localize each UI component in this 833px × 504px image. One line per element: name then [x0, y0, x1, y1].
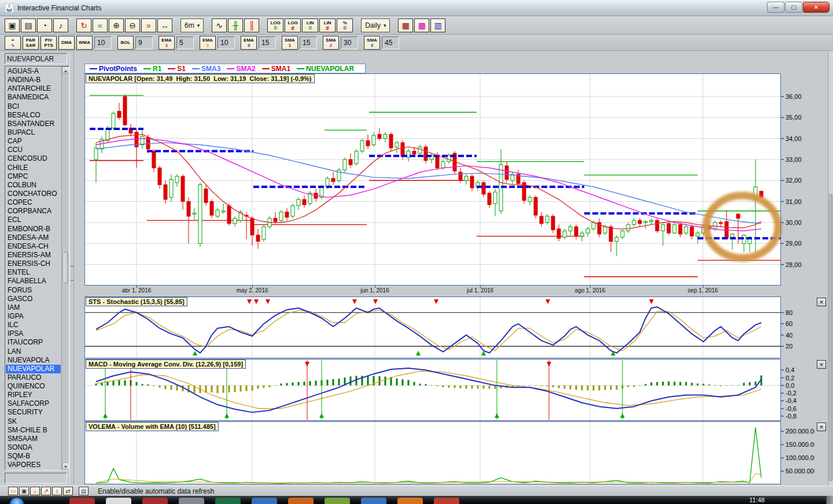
indicator-window-button[interactable]: ▦	[398, 18, 413, 32]
symbol-list-item[interactable]: BCI	[6, 102, 61, 111]
line-chart-button[interactable]: ∿	[212, 18, 227, 32]
symbol-list-item[interactable]: ANDINA-B	[6, 76, 61, 84]
maximize-button[interactable]: ▢	[785, 2, 802, 13]
sma1-period-field[interactable]: 15	[300, 36, 317, 49]
percent-button[interactable]: %=	[337, 18, 353, 32]
page-left-button[interactable]: «	[93, 18, 108, 32]
symbol-list-item[interactable]: NUEVAPOLA	[6, 356, 61, 365]
symbol-list-item[interactable]: EMBONOR-B	[6, 225, 61, 234]
taskbar-app-icon[interactable]	[215, 498, 241, 504]
symbol-list-item[interactable]: VAPORES	[6, 461, 61, 469]
symbol-list-item[interactable]: FORUS	[6, 286, 61, 295]
symbol-list-item[interactable]: IAM	[6, 303, 61, 312]
wma-period-field[interactable]: 10	[94, 36, 112, 49]
bollinger-button[interactable]: BOL	[117, 36, 134, 50]
symbol-list-item[interactable]: AGUAS-A	[6, 67, 61, 76]
candlestick-chart-button[interactable]: ║	[244, 18, 259, 32]
ema2-period-field[interactable]: 10	[218, 36, 235, 49]
ohlc-chart-button[interactable]: ╫	[228, 18, 243, 32]
sma3-period-field[interactable]: 45	[382, 36, 399, 49]
import-button[interactable]: ↓	[30, 487, 40, 495]
price-plot[interactable]: 36,0035,0034,0033,0032,0031,0030,0029,00…	[84, 73, 814, 286]
close-macd-button[interactable]: ✕	[817, 360, 826, 369]
symbol-list-item[interactable]: CORPBANCA	[6, 207, 61, 216]
taskbar-app-icon[interactable]	[288, 498, 314, 504]
taskbar-app-icon[interactable]	[397, 498, 423, 504]
symbol-list-item[interactable]: SONDA	[6, 443, 61, 452]
symbol-list-item[interactable]: ANTARCHILE	[6, 84, 61, 93]
symbol-input[interactable]	[5, 53, 67, 64]
symbol-list-item[interactable]: CAP	[6, 137, 61, 146]
symbol-list-item[interactable]: COPEC	[6, 198, 61, 207]
taskbar-app-icon[interactable]	[325, 498, 350, 504]
timer-button[interactable]: ◔	[37, 18, 52, 32]
symbol-list-item[interactable]: NUEVAPOLAR	[6, 365, 61, 373]
sync-button[interactable]: ↕	[52, 487, 62, 495]
period-dropdown[interactable]: Daily	[361, 18, 390, 32]
taskbar-app-icon[interactable]	[361, 498, 386, 504]
sma2-button[interactable]: SMA2	[323, 36, 339, 50]
colors-button[interactable]: ▩	[414, 18, 429, 32]
symbol-list-item[interactable]: CHILE	[6, 164, 61, 172]
range-dropdown[interactable]: 6m	[180, 18, 204, 32]
windows-taskbar[interactable]: 11:48	[0, 496, 833, 504]
price-panel[interactable]: 36,0035,0034,0033,0032,0031,0030,0029,00…	[84, 73, 814, 288]
snapshot-button[interactable]: ⇄	[63, 487, 73, 495]
open-file-button[interactable]: ▭	[8, 487, 18, 495]
refresh-button[interactable]: ↻	[76, 18, 91, 32]
stochastic-plot[interactable]: 80604020	[84, 297, 814, 358]
symbol-list-item[interactable]: BANMEDICA	[6, 93, 61, 102]
taskbar-app-icon[interactable]	[252, 498, 277, 504]
symbol-list-item[interactable]: SQM-B	[6, 452, 61, 461]
symbol-list-item[interactable]: ILC	[6, 321, 61, 329]
symbol-list-item[interactable]: SMSAAM	[6, 435, 61, 443]
symbol-list-item[interactable]: SALFACORP	[6, 399, 61, 408]
log-neq-button[interactable]: LOG≠	[285, 18, 301, 32]
close-stochastic-button[interactable]: ✕	[817, 298, 826, 306]
symbol-list-item[interactable]: ENERSIS-CH	[6, 260, 61, 268]
symbol-list-item[interactable]: IGPA	[6, 312, 61, 321]
close-volume-button[interactable]: ✕	[817, 423, 826, 431]
chart-scrollbar-thumb[interactable]	[829, 194, 832, 481]
taskbar-app-icon[interactable]	[106, 498, 131, 504]
taskbar-app-icon[interactable]	[179, 498, 204, 504]
symbol-list-item[interactable]: CENCOSUD	[6, 154, 61, 163]
quote-list-button[interactable]: ▥	[430, 18, 445, 32]
minimize-button[interactable]: —	[767, 2, 784, 13]
symbol-list-item[interactable]: FALABELLA	[6, 277, 61, 286]
ema1-button[interactable]: EMA1	[159, 36, 175, 50]
ema3-period-field[interactable]: 15	[259, 36, 276, 49]
symbol-list-item[interactable]: ENDESA-CH	[6, 242, 61, 251]
sound-button[interactable]: ♪	[53, 18, 68, 32]
symbol-list-item[interactable]: ECL	[6, 216, 61, 224]
dma-button[interactable]: DMA	[58, 36, 75, 50]
show-desktop-button[interactable]	[826, 496, 833, 504]
symbol-list-item[interactable]: PARAUCO	[6, 373, 61, 382]
symbol-list-scrollbar[interactable]: ▲ ▼	[61, 66, 69, 470]
chart-scrollbar[interactable]	[828, 51, 833, 486]
symbol-list-item[interactable]: BESALCO	[6, 111, 61, 120]
zoom-out-button[interactable]: ⊖	[125, 18, 140, 32]
symbol-list-item[interactable]: SK	[6, 417, 61, 426]
sma3-button[interactable]: SMA3	[364, 36, 380, 50]
symbol-list-item[interactable]: IPSA	[6, 329, 61, 338]
zoom-in-button[interactable]: ⊕	[109, 18, 124, 32]
wma-button[interactable]: WMA	[76, 36, 93, 50]
pivot-points-button[interactable]: PIVPTS	[40, 36, 57, 50]
lin-eq-button[interactable]: LIN=	[302, 18, 318, 32]
ema3-button[interactable]: EMA3	[241, 36, 257, 50]
symbol-list-item[interactable]: COLBUN	[6, 181, 61, 190]
print-status-button[interactable]: ▤	[79, 487, 89, 495]
command-input[interactable]	[5, 473, 67, 484]
symbol-list-item[interactable]: CMPC	[6, 172, 61, 181]
symbol-list-item[interactable]: ENERSIS-AM	[6, 251, 61, 260]
sidebar-splitter[interactable]	[69, 52, 74, 484]
symbol-list-item[interactable]: SECURITY	[6, 408, 61, 417]
taskbar-app-icon[interactable]	[142, 498, 168, 504]
scroll-down-icon[interactable]: ▼	[62, 462, 69, 470]
symbol-list-item[interactable]: BSANTANDER	[6, 120, 61, 128]
symbol-list-item[interactable]: SM-CHILE B	[6, 426, 61, 435]
close-button[interactable]: ✕	[803, 2, 830, 13]
fit-width-button[interactable]: ↔	[157, 18, 172, 32]
start-button-icon[interactable]	[9, 497, 24, 504]
